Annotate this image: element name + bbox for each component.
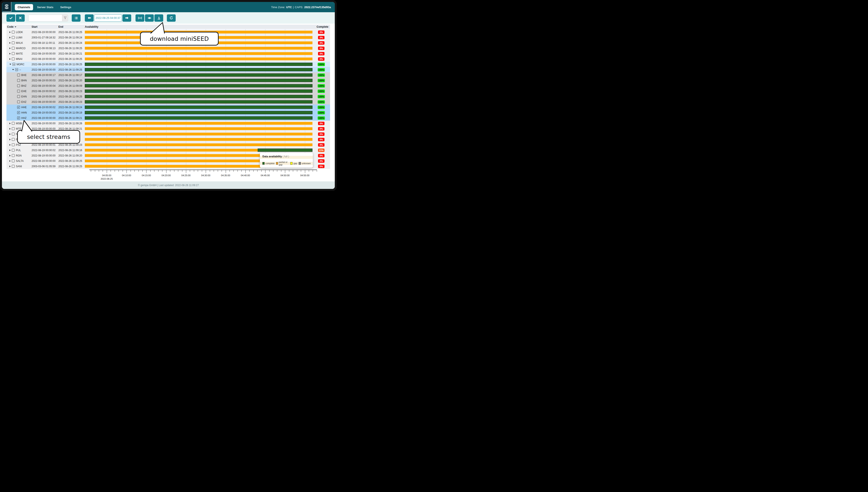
row-checkbox[interactable] — [12, 47, 15, 50]
column-header-end[interactable]: End — [58, 25, 85, 28]
row-checkbox[interactable] — [17, 111, 20, 114]
row-checkbox[interactable] — [17, 79, 20, 82]
prev-interval-button[interactable] — [85, 15, 94, 22]
row-checkbox[interactable] — [12, 31, 15, 33]
expander-chevron-right-icon[interactable] — [9, 53, 10, 54]
availability-bar[interactable] — [85, 78, 312, 83]
row-checkbox[interactable] — [17, 95, 20, 98]
view-button[interactable] — [145, 15, 154, 22]
table-row[interactable]: EHE2022-08-19 00:00:022022-08-26 11:09:2… — [6, 89, 330, 94]
row-checkbox[interactable] — [17, 100, 20, 103]
filter-input[interactable] — [28, 15, 62, 21]
refresh-button[interactable] — [167, 15, 176, 22]
row-checkbox[interactable] — [17, 106, 20, 108]
channel-list-button[interactable] — [72, 15, 80, 22]
table-row[interactable]: PUL2022-08-19 00:00:022022-08-26 11:09:1… — [6, 147, 330, 153]
availability-bar[interactable] — [85, 115, 312, 121]
realtime-button[interactable] — [136, 15, 144, 22]
row-checkbox[interactable] — [17, 84, 20, 87]
expander-chevron-right-icon[interactable] — [9, 139, 10, 140]
download-button[interactable] — [154, 15, 163, 22]
table-row[interactable]: BHE2022-08-19 00:00:172022-08-26 11:09:1… — [6, 72, 330, 78]
row-checkbox[interactable] — [12, 149, 15, 151]
availability-bar[interactable] — [85, 94, 312, 99]
row-checkbox[interactable] — [12, 138, 15, 141]
row-checkbox[interactable] — [12, 165, 15, 168]
expander-chevron-right-icon[interactable] — [9, 42, 10, 44]
row-checkbox[interactable] — [15, 68, 18, 71]
table-row[interactable]: EHN2022-08-19 00:00:002022-08-26 11:09:2… — [6, 94, 330, 99]
table-row[interactable]: MORC2022-08-19 00:00:002022-08-26 11:09:… — [6, 62, 330, 67]
column-header-complete[interactable]: Complete — [312, 25, 330, 28]
row-checkbox[interactable] — [13, 63, 15, 66]
expander-chevron-right-icon[interactable] — [9, 160, 10, 162]
select-all-button[interactable] — [6, 15, 15, 22]
row-checkbox[interactable] — [12, 127, 15, 130]
availability-bar[interactable] — [85, 137, 312, 142]
expander-chevron-right-icon[interactable] — [9, 123, 10, 124]
expander-chevron-right-icon[interactable] — [9, 149, 10, 151]
availability-bar[interactable] — [85, 56, 312, 62]
column-header-code[interactable]: Code — [6, 25, 31, 28]
row-checkbox[interactable] — [12, 122, 15, 125]
availability-bar[interactable] — [85, 104, 312, 110]
table-row[interactable]: HHZ2022-08-19 00:00:002022-08-26 11:09:2… — [6, 115, 330, 121]
table-row[interactable]: HHN2022-08-19 00:00:032022-08-26 11:09:1… — [6, 110, 330, 115]
availability-bar[interactable] — [85, 72, 312, 78]
expander-chevron-right-icon[interactable] — [9, 37, 10, 39]
table-row[interactable]: MNAI2022-08-19 00:00:002022-08-26 11:09:… — [6, 56, 330, 62]
availability-bar[interactable] — [85, 110, 312, 115]
tab-settings[interactable]: Settings — [57, 4, 74, 10]
expander-chevron-right-icon[interactable] — [9, 58, 10, 60]
table-row[interactable]: HHE2022-08-19 00:00:022022-08-26 11:09:2… — [6, 104, 330, 110]
expander-chevron-right-icon[interactable] — [9, 166, 10, 167]
expander-chevron-right-icon[interactable] — [9, 133, 10, 135]
expander-chevron-right-icon[interactable] — [9, 128, 10, 130]
availability-bar[interactable] — [85, 46, 312, 51]
tab-server-stats[interactable]: Server Stats — [34, 4, 56, 10]
table-row[interactable]: BHZ2022-08-19 00:00:042022-08-26 11:09:0… — [6, 83, 330, 89]
row-checkbox[interactable] — [12, 154, 15, 157]
next-interval-button[interactable] — [122, 15, 131, 22]
availability-bar[interactable] — [85, 99, 312, 104]
expander-chevron-down-icon[interactable] — [9, 64, 11, 65]
availability-bar[interactable] — [85, 126, 312, 131]
table-row[interactable]: MATE2022-08-19 00:00:002022-08-26 11:09:… — [6, 51, 330, 56]
expander-chevron-right-icon[interactable] — [9, 144, 10, 146]
row-checkbox[interactable] — [12, 143, 15, 146]
datetime-field[interactable]: 2022-08-25 04:00:37 — [94, 15, 122, 22]
legend-label: unknown — [302, 162, 311, 165]
availability-bar[interactable] — [85, 62, 312, 67]
row-checkbox[interactable] — [12, 159, 15, 162]
deselect-all-button[interactable] — [16, 15, 25, 22]
availability-bar[interactable] — [85, 131, 312, 137]
row-checkbox[interactable] — [12, 133, 15, 136]
availability-bar[interactable] — [85, 147, 312, 153]
row-checkbox[interactable] — [12, 36, 15, 39]
table-row[interactable]: EHZ2022-08-19 00:00:002022-08-26 11:09:2… — [6, 99, 330, 104]
table-row[interactable]: BHN2022-08-19 00:00:032022-08-26 11:09:2… — [6, 78, 330, 83]
availability-bar[interactable] — [85, 89, 312, 94]
availability-bar[interactable] — [85, 121, 312, 126]
availability-bar[interactable] — [85, 51, 312, 56]
row-checkbox[interactable] — [17, 90, 20, 93]
table-row[interactable]: MARCO2022-02-09 00:08:132022-08-26 11:09… — [6, 46, 330, 51]
row-checkbox[interactable] — [12, 42, 15, 44]
expander-chevron-right-icon[interactable] — [9, 47, 10, 49]
filter-apply-button[interactable] — [62, 15, 68, 21]
code-cell: BHZ — [6, 84, 31, 88]
table-row[interactable]: MSBI2022-08-19 00:00:002022-08-26 11:09:… — [6, 121, 330, 126]
expander-chevron-right-icon[interactable] — [9, 31, 10, 33]
row-checkbox[interactable] — [17, 117, 20, 119]
expander-chevron-right-icon[interactable] — [9, 155, 10, 156]
availability-bar[interactable] — [85, 67, 312, 72]
row-checkbox[interactable] — [12, 57, 15, 60]
row-checkbox[interactable] — [12, 52, 15, 55]
table-row[interactable]: --2022-08-19 00:00:002022-08-26 11:09:25… — [6, 67, 330, 72]
row-checkbox[interactable] — [17, 74, 20, 76]
expander-chevron-down-icon[interactable] — [12, 69, 14, 70]
availability-bar[interactable] — [85, 83, 312, 89]
availability-bar[interactable] — [85, 142, 312, 147]
column-header-start[interactable]: Start — [31, 25, 58, 28]
tab-channels[interactable]: Channels — [15, 4, 33, 10]
